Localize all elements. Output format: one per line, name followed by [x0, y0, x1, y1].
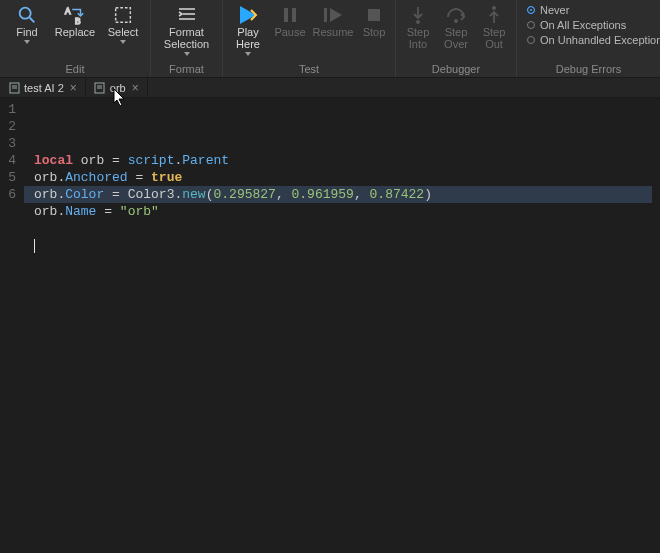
code-line[interactable]: [34, 237, 660, 254]
replace-icon: AB: [63, 4, 87, 26]
radio-on-icon: [527, 6, 535, 14]
select-icon: [111, 4, 135, 26]
svg-marker-12: [330, 8, 342, 22]
line-number: 1: [4, 101, 16, 118]
script-tab-bar: test AI 2 × orb ×: [0, 78, 660, 98]
find-button[interactable]: Find: [4, 2, 50, 46]
line-number-gutter: 123456: [0, 98, 24, 553]
error-option-never[interactable]: Never: [527, 4, 660, 16]
script-icon: [8, 82, 20, 94]
close-icon[interactable]: ×: [132, 81, 139, 95]
line-number: 5: [4, 169, 16, 186]
step-over-button[interactable]: Step Over: [438, 2, 474, 52]
script-icon: [94, 82, 106, 94]
line-number: 4: [4, 152, 16, 169]
step-out-icon: [482, 4, 506, 26]
code-line[interactable]: local orb = script.Parent: [34, 152, 660, 169]
group-test: Play Here Pause Resume Stop: [223, 0, 396, 77]
step-into-icon: [406, 4, 430, 26]
chevron-down-icon: [184, 52, 190, 56]
svg-point-16: [492, 6, 496, 10]
pause-icon: [278, 4, 302, 26]
svg-rect-11: [324, 8, 327, 22]
error-option-unhandled[interactable]: On Unhandled Exceptions: [527, 34, 660, 46]
code-line[interactable]: orb.Anchored = true: [34, 169, 660, 186]
group-label: Edit: [4, 63, 146, 76]
play-here-button[interactable]: Play Here: [227, 2, 269, 58]
group-label: Test: [227, 63, 391, 76]
line-number: 6: [4, 186, 16, 203]
svg-rect-9: [284, 8, 288, 22]
ribbon-toolbar: Find AB Replace Select Edit: [0, 0, 660, 78]
code-line[interactable]: [34, 220, 660, 237]
svg-line-1: [30, 18, 35, 23]
tab-test-ai-2[interactable]: test AI 2 ×: [0, 78, 86, 97]
group-label: Debugger: [400, 63, 512, 76]
svg-marker-8: [240, 6, 256, 24]
chevron-down-icon: [120, 40, 126, 44]
tab-label: orb: [110, 82, 126, 94]
svg-text:B: B: [75, 17, 81, 26]
svg-point-0: [20, 8, 31, 19]
svg-text:A: A: [65, 7, 71, 16]
svg-rect-13: [368, 9, 380, 21]
resume-button[interactable]: Resume: [311, 2, 355, 40]
search-icon: [15, 4, 39, 26]
svg-point-15: [454, 19, 458, 23]
group-edit: Find AB Replace Select Edit: [0, 0, 151, 77]
code-area[interactable]: local orb = script.Parentorb.Anchored = …: [24, 98, 660, 553]
close-icon[interactable]: ×: [70, 81, 77, 95]
code-line[interactable]: orb.Name = "orb": [34, 203, 660, 220]
text-cursor: [34, 239, 35, 253]
step-out-button[interactable]: Step Out: [476, 2, 512, 52]
code-editor[interactable]: 123456 local orb = script.Parentorb.Anch…: [0, 98, 660, 553]
group-debugger: Step Into Step Over Step Out Debugger: [396, 0, 517, 77]
group-format: Format Selection Format: [151, 0, 223, 77]
error-option-all[interactable]: On All Exceptions: [527, 19, 660, 31]
format-selection-button[interactable]: Format Selection: [157, 2, 217, 58]
format-icon: [175, 4, 199, 26]
radio-off-icon: [527, 21, 535, 29]
step-over-icon: [444, 4, 468, 26]
group-label: Format: [155, 63, 218, 76]
select-button[interactable]: Select: [100, 2, 146, 46]
line-number: 2: [4, 118, 16, 135]
svg-rect-4: [116, 8, 131, 23]
stop-icon: [362, 4, 386, 26]
group-debug-errors: Never On All Exceptions On Unhandled Exc…: [517, 0, 660, 77]
svg-point-14: [416, 20, 420, 24]
step-into-button[interactable]: Step Into: [400, 2, 436, 52]
chevron-down-icon: [24, 40, 30, 44]
radio-off-icon: [527, 36, 535, 44]
replace-button[interactable]: AB Replace: [52, 2, 98, 40]
tab-label: test AI 2: [24, 82, 64, 94]
stop-button[interactable]: Stop: [357, 2, 391, 40]
svg-rect-10: [292, 8, 296, 22]
group-label: Debug Errors: [521, 63, 656, 76]
code-line[interactable]: orb.Color = Color3.new(0.295827, 0.96195…: [34, 186, 660, 203]
line-number: 3: [4, 135, 16, 152]
pause-button[interactable]: Pause: [271, 2, 309, 40]
chevron-down-icon: [245, 52, 251, 56]
tab-orb[interactable]: orb ×: [86, 78, 148, 97]
play-icon: [236, 4, 260, 26]
resume-icon: [321, 4, 345, 26]
